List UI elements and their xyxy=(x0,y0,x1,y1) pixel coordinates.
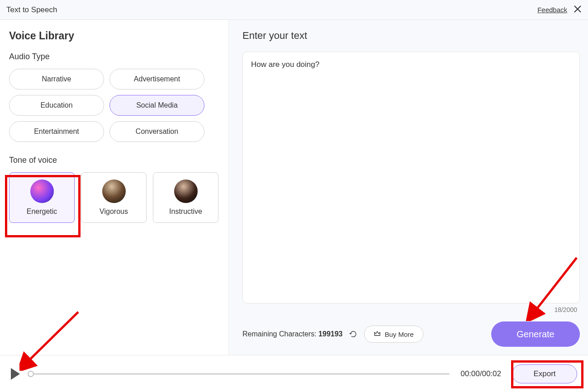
audio-type-pill[interactable]: Narrative xyxy=(9,69,104,90)
audio-type-pill[interactable]: Entertainment xyxy=(9,121,104,142)
close-icon[interactable] xyxy=(574,5,582,15)
refresh-icon[interactable] xyxy=(349,330,358,339)
play-icon[interactable] xyxy=(11,368,20,380)
remaining-characters-group: Remaining Characters: 199193 Buy More xyxy=(242,326,423,343)
header-actions: Feedback xyxy=(537,5,582,15)
avatar xyxy=(102,179,126,203)
buy-more-button[interactable]: Buy More xyxy=(364,326,423,343)
char-count: 18/2000 xyxy=(242,306,577,313)
crown-icon xyxy=(374,330,381,339)
audio-type-pill[interactable]: Education xyxy=(9,95,104,116)
generate-button[interactable]: Generate xyxy=(491,321,580,347)
progress-thumb[interactable] xyxy=(28,371,34,377)
audio-type-pill[interactable]: Advertisement xyxy=(109,69,204,90)
progress-track[interactable] xyxy=(31,373,450,375)
tone-card-label: Instructive xyxy=(169,208,202,216)
remaining-characters-label: Remaining Characters: 199193 xyxy=(242,330,342,338)
export-button[interactable]: Export xyxy=(512,364,577,383)
voice-library-title: Voice Library xyxy=(9,30,219,42)
time-display: 00:00/00:02 xyxy=(460,369,501,378)
player-bar: 00:00/00:02 Export xyxy=(0,355,588,392)
app-title: Text to Speech xyxy=(6,5,57,14)
audio-type-pill[interactable]: Social Media xyxy=(109,95,204,116)
tone-cards: EnergeticVigorousInstructive xyxy=(9,172,219,223)
feedback-link[interactable]: Feedback xyxy=(537,6,567,14)
audio-type-label: Audio Type xyxy=(9,52,219,61)
tone-card[interactable]: Vigorous xyxy=(81,172,147,223)
action-row: Remaining Characters: 199193 Buy More Ge… xyxy=(242,321,580,347)
audio-type-pill[interactable]: Conversation xyxy=(109,121,204,142)
tone-card[interactable]: Instructive xyxy=(153,172,218,223)
voice-library-panel: Voice Library Audio Type NarrativeAdvert… xyxy=(0,20,228,355)
header-bar: Text to Speech Feedback xyxy=(0,0,588,20)
tone-card-label: Energetic xyxy=(27,208,57,216)
audio-type-grid: NarrativeAdvertisementEducationSocial Me… xyxy=(9,69,219,142)
avatar xyxy=(174,179,198,203)
text-input[interactable] xyxy=(242,52,580,303)
text-entry-panel: Enter your text 18/2000 Remaining Charac… xyxy=(228,20,588,355)
enter-text-title: Enter your text xyxy=(242,30,580,42)
avatar xyxy=(30,179,54,203)
tone-card[interactable]: Energetic xyxy=(9,172,75,223)
tone-card-label: Vigorous xyxy=(100,208,128,216)
tone-of-voice-label: Tone of voice xyxy=(9,156,219,165)
